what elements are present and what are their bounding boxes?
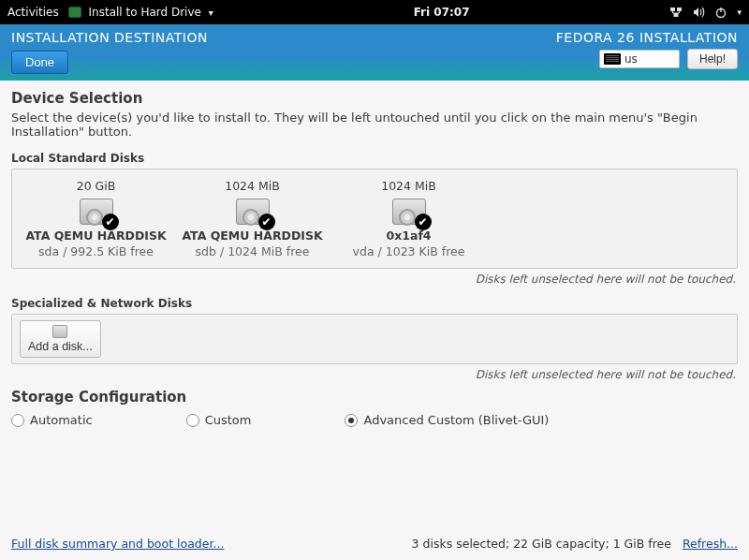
radio-dot [345,414,358,427]
storage-config-heading: Storage Configuration [11,389,738,405]
disk-detail: vda / 1023 KiB free [336,244,481,258]
add-disk-label: Add a disk... [28,340,93,353]
disk-sdb[interactable]: 1024 MiB ✔ ATA QEMU HARDDISK sdb / 1024 … [180,179,325,258]
network-icon [669,6,683,19]
disk-detail: sdb / 1024 MiB free [180,244,325,258]
radio-label: Automatic [30,413,93,427]
specialized-disks-panel: Add a disk... [11,314,738,364]
add-disk-button[interactable]: Add a disk... [20,320,101,358]
disk-name: ATA QEMU HARDDISK [180,228,325,243]
volume-icon [692,6,705,19]
local-disks-panel: 20 GiB ✔ ATA QEMU HARDDISK sda / 992.5 K… [11,169,738,269]
keyboard-layout-value: us [624,52,638,66]
harddisk-icon: ✔ [80,199,113,225]
radio-custom[interactable]: Custom [186,413,252,427]
disk-vda[interactable]: 1024 MiB ✔ 0x1af4 vda / 1023 KiB free [336,179,481,258]
spoke-title: INSTALLATION DESTINATION [11,30,208,45]
local-disks-label: Local Standard Disks [11,152,738,165]
harddisk-icon: ✔ [392,199,426,225]
checkmark-icon: ✔ [102,214,119,230]
radio-label: Advanced Custom (Blivet-GUI) [363,413,549,427]
spoke-footer: Full disk summary and boot loader... 3 d… [0,531,749,560]
refresh-link[interactable]: Refresh... [683,537,738,551]
disk-name: ATA QEMU HARDDISK [23,228,169,243]
device-selection-desc: Select the device(s) you'd like to insta… [11,111,738,139]
disk-size: 1024 MiB [180,179,325,193]
storage-config-radios: Automatic Custom Advanced Custom (Blivet… [11,413,738,427]
radio-label: Custom [205,413,252,427]
disk-size: 1024 MiB [336,179,481,193]
checkmark-icon: ✔ [258,214,275,230]
specialized-disks-note: Disks left unselected here will not be t… [11,368,736,381]
device-selection-heading: Device Selection [11,90,738,107]
harddisk-icon: ✔ [236,199,270,225]
disk-sda[interactable]: 20 GiB ✔ ATA QEMU HARDDISK sda / 992.5 K… [23,179,169,258]
keyboard-icon [604,53,621,65]
power-icon [714,6,727,19]
app-menu-label: Install to Hard Drive [89,6,201,19]
radio-dot [186,414,199,427]
svg-rect-0 [670,7,675,11]
specialized-disks-label: Specialized & Network Disks [11,297,738,310]
spoke-body: Device Selection Select the device(s) yo… [0,81,749,531]
installer-icon [68,7,81,18]
gnome-topbar: Activities Install to Hard Drive Fri 07:… [0,0,749,24]
checkmark-icon: ✔ [415,214,432,230]
radio-dot [11,414,24,427]
full-disk-summary-link[interactable]: Full disk summary and boot loader... [11,537,224,551]
app-menu[interactable]: Install to Hard Drive [68,6,213,19]
harddisk-icon [52,325,67,338]
product-name: FEDORA 26 INSTALLATION [556,30,738,45]
help-button[interactable]: Help! [687,49,738,69]
radio-automatic[interactable]: Automatic [11,413,93,427]
system-status-area[interactable]: ▾ [669,6,742,19]
clock[interactable]: Fri 07:07 [213,6,670,19]
disk-detail: sda / 992.5 KiB free [23,244,169,258]
disk-size: 20 GiB [23,179,169,193]
done-button[interactable]: Done [11,51,68,74]
keyboard-layout-indicator[interactable]: us [599,50,680,68]
radio-advanced-custom[interactable]: Advanced Custom (Blivet-GUI) [345,413,549,427]
selection-status: 3 disks selected; 22 GiB capacity; 1 GiB… [412,537,671,551]
svg-rect-1 [677,7,682,11]
chevron-down-icon: ▾ [737,7,742,17]
svg-rect-4 [721,7,722,12]
activities-button[interactable]: Activities [7,6,59,19]
local-disks-note: Disks left unselected here will not be t… [11,273,736,286]
disk-name: 0x1af4 [336,228,481,243]
spoke-header: INSTALLATION DESTINATION Done FEDORA 26 … [0,24,749,81]
